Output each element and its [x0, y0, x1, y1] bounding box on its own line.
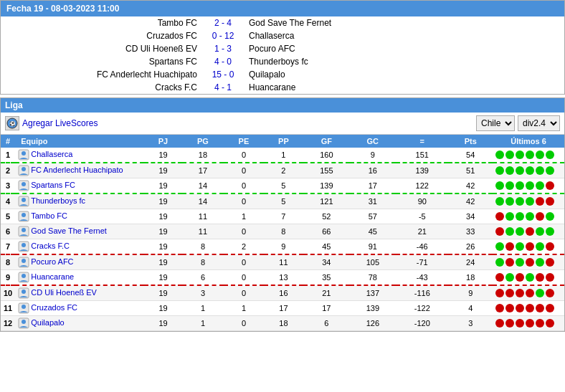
match-home: Cracks F.C [1, 81, 201, 94]
diff-cell: 122 [396, 178, 448, 194]
match-score[interactable]: 0 - 12 [201, 29, 244, 42]
pe-cell: 1 [224, 209, 263, 224]
last6-cell [493, 301, 564, 316]
pp-cell: 7 [264, 209, 303, 224]
match-away: Pocuro AFC [244, 42, 564, 55]
result-dot [505, 166, 514, 175]
match-away: Thunderboys fc [244, 55, 564, 68]
team-link[interactable]: Challaserca [31, 150, 72, 158]
result-dot [526, 212, 534, 221]
svg-point-21 [22, 290, 26, 294]
match-score[interactable]: 1 - 3 [201, 42, 244, 55]
team-link[interactable]: Quilapalo [31, 318, 64, 327]
result-dot [526, 242, 534, 251]
pg-cell: 8 [182, 254, 224, 270]
result-dot [495, 212, 504, 221]
match-score[interactable]: 4 - 1 [201, 81, 244, 94]
pg-cell: 11 [182, 209, 224, 224]
team-link[interactable]: God Save The Fernet [31, 226, 107, 235]
match-home: Cruzados FC [1, 29, 201, 42]
pts-cell: 34 [448, 209, 493, 224]
team-link[interactable]: FC Anderlecht Huachipato [31, 166, 123, 174]
result-dot [495, 304, 504, 312]
gc-header: GC [350, 135, 396, 148]
pe-cell: 0 [224, 148, 263, 163]
rank-cell: 4 [1, 193, 15, 209]
pts-cell: 18 [448, 270, 493, 286]
svg-point-17 [22, 259, 26, 263]
pg-cell: 11 [182, 224, 224, 239]
pg-cell: 3 [182, 285, 224, 301]
team-name-cell: CD Uli Hoeneß EV [15, 285, 144, 301]
pj-cell: 19 [144, 193, 182, 209]
team-link[interactable]: Huancarane [31, 272, 74, 281]
pg-cell: 6 [182, 270, 224, 286]
team-link[interactable]: Thunderboys fc [31, 196, 85, 205]
team-link[interactable]: Tambo FC [31, 211, 67, 220]
result-dot [536, 197, 544, 206]
diff-cell: 139 [396, 163, 448, 178]
gf-cell: 160 [303, 148, 349, 163]
pts-cell: 42 [448, 178, 493, 194]
team-name-cell: Tambo FC [15, 209, 144, 224]
result-dot [495, 181, 504, 190]
match-score[interactable]: 15 - 0 [201, 68, 244, 81]
rank-cell: 6 [1, 224, 15, 239]
gf-cell: 66 [303, 224, 349, 239]
diff-cell: -71 [396, 254, 448, 270]
result-dot [495, 166, 504, 175]
diff-cell: -5 [396, 209, 448, 224]
match-away: Quilapalo [244, 68, 564, 81]
result-dot [526, 258, 534, 267]
team-link[interactable]: Pocuro AFC [31, 257, 73, 266]
team-name-cell: Huancarane [15, 270, 144, 286]
result-dot [526, 166, 534, 175]
team-icon [18, 287, 29, 299]
team-name-cell: God Save The Fernet [15, 224, 144, 239]
result-dot [516, 258, 524, 267]
svg-text:⚽: ⚽ [9, 120, 16, 127]
standings-table: # Equipo PJ PG PE PP GF GC = Pts Últimos… [1, 135, 564, 331]
rank-cell: 2 [1, 163, 15, 178]
last6-cell [493, 193, 564, 209]
team-link[interactable]: Cruzados FC [31, 303, 77, 312]
liga-controls: ⚽ Agregar LiveScores Chile div2.4 [1, 113, 564, 135]
diff-cell: 90 [396, 193, 448, 209]
pe-cell: 1 [224, 301, 263, 316]
pts-cell: 4 [448, 301, 493, 316]
team-link[interactable]: Cracks F.C [31, 242, 70, 250]
match-score[interactable]: 4 - 0 [201, 55, 244, 68]
livescores-link[interactable]: Agregar LiveScores [22, 118, 98, 128]
gf-cell: 121 [303, 193, 349, 209]
match-score[interactable]: 2 - 4 [201, 16, 244, 29]
team-name-cell: Cracks F.C [15, 239, 144, 255]
team-link[interactable]: CD Uli Hoeneß EV [31, 288, 97, 297]
pp-cell: 8 [264, 224, 303, 239]
result-dot [546, 242, 554, 251]
country-select[interactable]: Chile [476, 115, 515, 131]
svg-point-9 [22, 198, 26, 202]
pts-cell: 51 [448, 163, 493, 178]
last6-header: Últimos 6 [493, 135, 564, 148]
pp-header: PP [264, 135, 303, 148]
last6-cell [493, 209, 564, 224]
pe-cell: 0 [224, 224, 263, 239]
team-link[interactable]: Spartans FC [31, 181, 75, 189]
rank-cell: 8 [1, 254, 15, 270]
division-select[interactable]: div2.4 [518, 115, 560, 131]
pp-cell: 13 [264, 270, 303, 286]
result-dot [495, 319, 504, 328]
rank-cell: 7 [1, 239, 15, 255]
svg-point-7 [22, 182, 26, 186]
result-dot [526, 319, 534, 328]
result-dot [536, 258, 544, 267]
pe-header: PE [224, 135, 263, 148]
pj-header: PJ [144, 135, 182, 148]
pp-cell: 5 [264, 178, 303, 194]
result-dot [536, 319, 544, 328]
diff-cell: 21 [396, 224, 448, 239]
result-dot [526, 304, 534, 312]
result-dot [505, 242, 514, 251]
rank-cell: 12 [1, 316, 15, 331]
team-name-cell: FC Anderlecht Huachipato [15, 163, 144, 178]
